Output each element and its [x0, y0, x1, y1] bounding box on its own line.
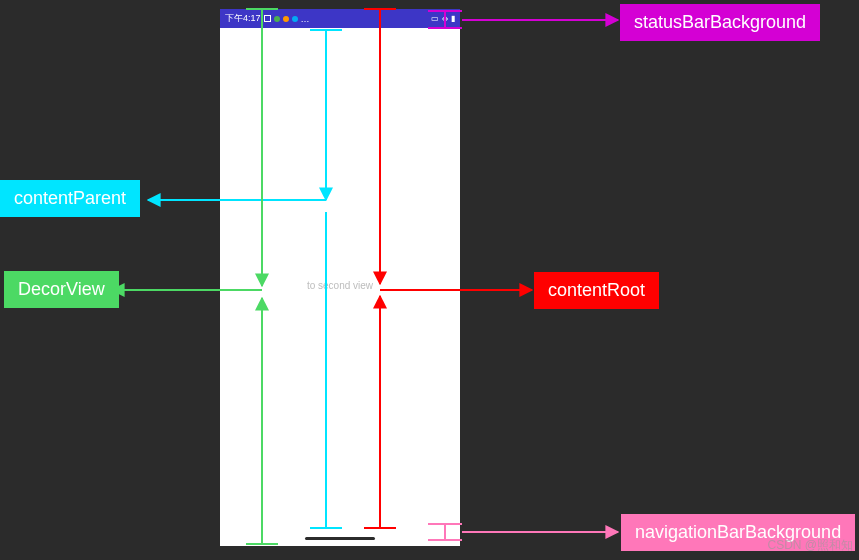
phone-mock: 下午4:17 … ▭ ◈ ▮ to second view — [220, 9, 460, 546]
battery-icon: ▮ — [451, 14, 455, 23]
status-left: 下午4:17 … — [225, 12, 310, 25]
center-link[interactable]: to second view — [220, 280, 460, 291]
label-decorView: DecorView — [4, 271, 119, 308]
status-bar: 下午4:17 … ▭ ◈ ▮ — [220, 9, 460, 28]
dot-blue-icon — [292, 16, 298, 22]
dot-orange-icon — [283, 16, 289, 22]
dot-green-icon — [274, 16, 280, 22]
label-contentRoot: contentRoot — [534, 272, 659, 309]
ellipsis-icon: … — [301, 14, 310, 24]
status-time: 下午4:17 — [225, 12, 261, 25]
watermark: CSDN @照和知 — [767, 537, 853, 554]
wifi-icon: ◈ — [442, 14, 448, 23]
status-right: ▭ ◈ ▮ — [431, 14, 455, 23]
nav-indicator — [305, 537, 375, 540]
screen-icon: ▭ — [431, 14, 439, 23]
label-contentParent: contentParent — [0, 180, 140, 217]
square-icon — [264, 15, 271, 22]
label-statusBarBackground: statusBarBackground — [620, 4, 820, 41]
